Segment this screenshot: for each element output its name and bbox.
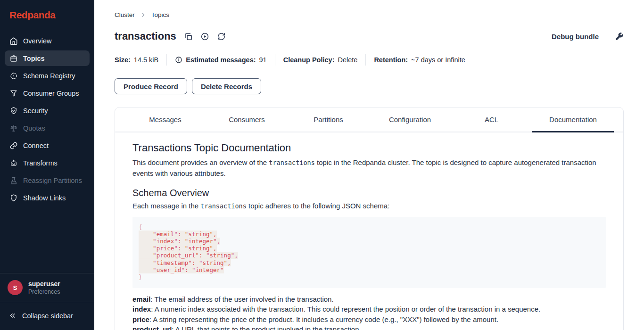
sidebar-item-topics[interactable]: Topics [5,50,90,66]
play-circle-icon [200,32,209,41]
sidebar-item-label: Consumer Groups [23,90,79,97]
collapse-sidebar-button[interactable]: Collapse sidebar [0,302,94,330]
actions-row: Produce Record Delete Records [115,78,624,94]
sidebar-item-consumer-groups[interactable]: Consumer Groups [5,85,90,101]
code-line: "timestamp": "string", [139,259,600,266]
tab-configuration[interactable]: Configuration [369,107,451,132]
produce-quick-button[interactable] [200,32,209,41]
field-row: email: The email address of the user inv… [132,294,606,304]
sidebar-item-label: Overview [23,37,51,45]
divider [275,54,275,66]
sidebar-item-schema-registry[interactable]: Schema Registry [5,68,90,83]
sidebar-nav: Overview Topics Schema Registry Consumer… [0,33,94,206]
topics-box-icon [9,54,18,63]
stat-label: Estimated messages: [186,56,256,64]
schema-intro-text: Each message in the [132,202,200,210]
field-desc: : A string representing the price of the… [149,315,498,323]
schema-intro-text: topic adheres to the following JSON sche… [247,202,390,210]
tab-messages[interactable]: Messages [124,107,206,132]
schema-intro-paragraph: Each message in the transactions topic a… [132,201,606,212]
breadcrumb: Cluster Topics [115,11,624,18]
sidebar: Redpanda Overview Topics Schema Registry [0,0,94,330]
tab-documentation[interactable]: Documentation [532,107,614,132]
doc-intro-text: This document provides an overview of th… [132,158,269,166]
sidebar-item-label: Schema Registry [23,72,75,80]
stat-label: Cleanup Policy: [283,56,335,64]
code-line: "user_id": "integer" [139,266,600,273]
field-desc: : A numeric index associated with the tr… [151,305,540,313]
doc-intro-paragraph: This document provides an overview of th… [132,157,606,178]
sidebar-bottom: S superuser Preferences Collapse sidebar [0,273,94,330]
code-line: "index": "integer", [139,238,600,245]
topic-detail-card: Messages Consumers Partitions Configurat… [115,107,624,330]
stat-label: Size: [115,56,131,64]
delete-records-button[interactable]: Delete Records [192,78,261,94]
preferences-link[interactable]: Preferences [28,288,60,296]
field-name: price [132,315,149,323]
title-row: transactions Debug bundle [115,30,624,42]
sidebar-item-overview[interactable]: Overview [5,33,90,49]
flask-icon [9,176,18,185]
schema-overview-heading: Schema Overview [132,188,606,198]
stat-size: Size: 14.5 kiB [115,56,158,64]
field-name: index [132,305,151,313]
code-line: { [139,223,600,231]
scale-icon [9,124,18,132]
collapse-sidebar-label: Collapse sidebar [22,312,73,320]
link-icon [9,141,18,150]
debug-bundle-wrench-button[interactable] [615,32,624,41]
robot-icon [9,159,18,167]
chevron-right-icon [140,12,146,18]
divider [365,54,366,66]
field-row: index: A numeric index associated with t… [132,304,606,314]
sidebar-item-reassign-partitions[interactable]: Reassign Partitions [5,173,90,188]
refresh-button[interactable] [217,32,226,41]
home-icon [9,37,18,45]
stat-value: Delete [338,56,357,64]
sidebar-item-transforms[interactable]: Transforms [5,155,90,171]
sidebar-item-label: Security [23,107,48,115]
copy-icon [184,32,193,41]
wrench-icon [615,32,624,41]
user-profile[interactable]: S superuser Preferences [0,273,94,302]
tab-consumers[interactable]: Consumers [206,107,288,132]
app-root: Redpanda Overview Topics Schema Registry [0,0,644,330]
inline-code: transactions [269,159,315,166]
produce-record-button[interactable]: Produce Record [115,78,187,94]
schema-registry-icon [9,72,18,80]
json-schema-code-block: { "email": "string", "index": "integer",… [132,217,606,289]
sidebar-item-label: Shadow Links [23,194,66,202]
sidebar-item-connect[interactable]: Connect [5,138,90,153]
stat-value: 91 [259,56,267,64]
main-content: Cluster Topics transactions Debug bundle [94,0,644,330]
code-line: "email": "string", [139,231,600,238]
tab-partitions[interactable]: Partitions [288,107,369,132]
field-desc: : A URL that points to the product invol… [172,325,361,330]
debug-bundle-link[interactable]: Debug bundle [552,33,599,41]
sidebar-item-security[interactable]: Security [5,103,90,118]
field-row: product_url: A URL that points to the pr… [132,324,606,330]
documentation-panel: Transactions Topic Documentation This do… [115,132,623,330]
sidebar-item-label: Topics [23,55,45,62]
redpanda-logo: Redpanda [0,0,94,33]
user-name: superuser [28,280,60,288]
info-icon [175,56,182,64]
refresh-icon [217,32,226,41]
copy-topic-name-button[interactable] [184,32,193,41]
avatar: S [8,280,23,295]
code-line: "price": "string", [139,245,600,252]
topic-stats-bar: Size: 14.5 kiB Estimated messages: 91 Cl… [115,54,624,66]
code-line: "product_url": "string", [139,252,600,259]
field-name: email [132,295,150,303]
divider [166,54,167,66]
breadcrumb-cluster[interactable]: Cluster [115,11,135,18]
sidebar-item-label: Transforms [23,159,58,167]
sidebar-item-quotas[interactable]: Quotas [5,120,90,136]
sidebar-item-label: Connect [23,142,49,149]
breadcrumb-topics[interactable]: Topics [151,11,169,18]
tab-acl[interactable]: ACL [451,107,532,132]
stat-value: ~7 days or Infinite [411,56,465,64]
double-chevron-left-icon [8,312,17,320]
sidebar-item-shadow-links[interactable]: Shadow Links [5,190,90,206]
inline-code: transactions [200,202,247,210]
